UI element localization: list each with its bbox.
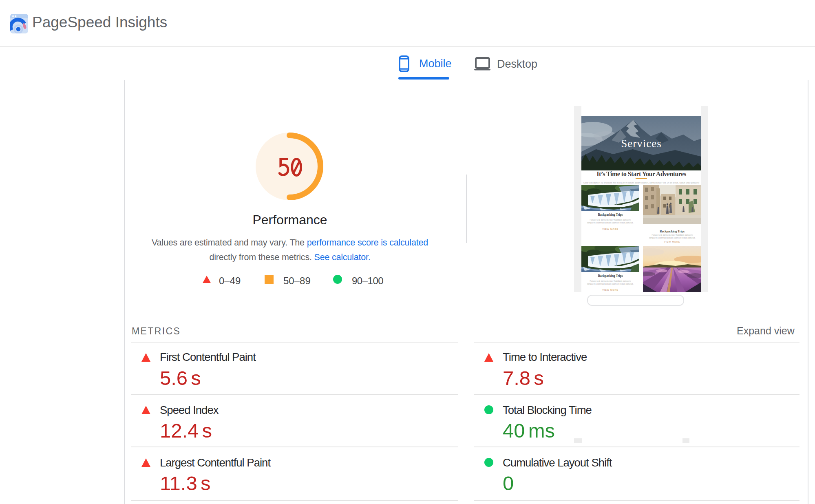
svg-text:Services: Services xyxy=(621,137,661,150)
